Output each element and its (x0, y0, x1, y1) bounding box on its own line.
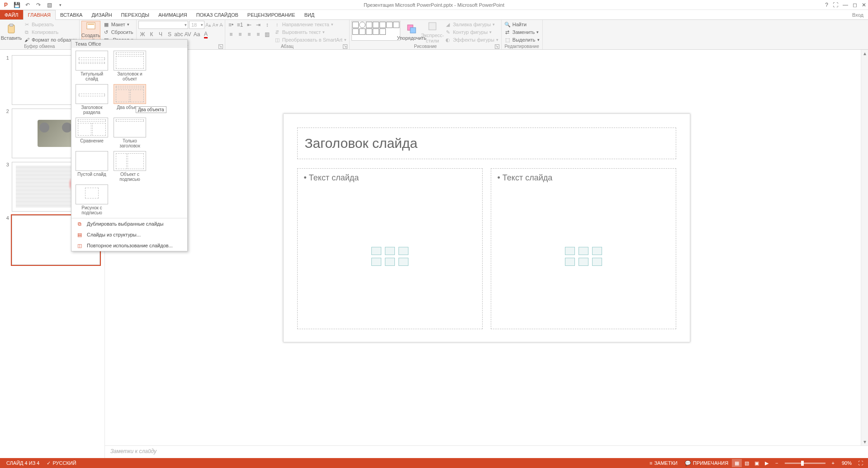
arrange-button[interactable]: Упорядочить (402, 21, 421, 43)
language-indicator[interactable]: ✓РУССКИЙ (43, 460, 80, 466)
copy-button[interactable]: ⧉Копировать (23, 28, 77, 36)
insert-video-icon[interactable] (398, 258, 408, 266)
content-icons-right[interactable] (565, 247, 602, 266)
layout-title-content[interactable]: Заголовок и объект (112, 51, 147, 81)
replace-button[interactable]: ⇄Заменить ▾ (503, 28, 541, 36)
layout-content-caption[interactable]: Объект с подписью (112, 151, 147, 182)
layout-title-slide[interactable]: Титульный слайд (74, 51, 109, 81)
save-icon[interactable]: 💾 (13, 1, 21, 9)
grow-font-icon[interactable]: A▴ (205, 22, 211, 28)
shape-fill-button[interactable]: ◢Заливка фигуры ▾ (444, 21, 499, 28)
ribbon-display-options-icon[interactable]: ⛶ (833, 2, 838, 8)
reading-view-icon[interactable]: ▣ (752, 459, 762, 467)
zoom-slider[interactable] (785, 463, 825, 464)
tab-transitions[interactable]: ПЕРЕХОДЫ (117, 10, 154, 19)
convert-smartart-button[interactable]: ◫Преобразовать в SmartArt ▾ (273, 36, 347, 43)
insert-online-picture-icon[interactable] (385, 258, 395, 266)
text-direction-button[interactable]: ↕Направление текста ▾ (273, 21, 347, 28)
tab-review[interactable]: РЕЦЕНЗИРОВАНИЕ (243, 10, 300, 19)
title-placeholder[interactable]: Заголовок слайда (297, 128, 676, 159)
strike-button[interactable]: abc (175, 30, 183, 38)
slideshow-view-icon[interactable]: ▶ (762, 459, 772, 467)
content-placeholder-right[interactable]: • Текст слайда (491, 168, 676, 329)
paragraph-launcher-icon[interactable]: ↘ (343, 44, 347, 49)
paste-button[interactable]: Вставить (2, 21, 21, 43)
cut-button[interactable]: ✂Вырезать (23, 21, 77, 28)
change-case-icon[interactable]: Aa (193, 30, 201, 38)
scroll-up-icon[interactable]: ▴ (861, 50, 868, 57)
qat-dropdown-icon[interactable]: ▾ (56, 1, 64, 9)
insert-picture-icon[interactable] (565, 258, 575, 266)
tab-animation[interactable]: АНИМАЦИЯ (154, 10, 192, 19)
layout-picture-caption[interactable]: Рисунок с подписью (74, 184, 109, 215)
quick-styles-button[interactable]: Экспресс-стили (423, 21, 442, 43)
shrink-font-icon[interactable]: A▾ (212, 22, 218, 28)
insert-chart-icon[interactable] (579, 247, 588, 255)
tab-file[interactable]: ФАЙЛ (0, 10, 23, 19)
shapes-gallery[interactable] (351, 21, 400, 41)
drawing-launcher-icon[interactable]: ↘ (495, 44, 499, 49)
tab-design[interactable]: ДИЗАЙН (87, 10, 116, 19)
undo-icon[interactable]: ↶ (24, 1, 32, 9)
notes-button[interactable]: ≡ЗАМЕТКИ (646, 460, 681, 466)
align-left-icon[interactable]: ≡ (227, 30, 235, 38)
tab-home[interactable]: ГЛАВНАЯ (23, 10, 56, 20)
notes-pane[interactable]: Заметки к слайду (105, 445, 868, 458)
insert-video-icon[interactable] (592, 258, 602, 266)
vertical-scrollbar[interactable]: ▴ ▾ (861, 50, 868, 445)
layout-two-content[interactable]: Два объекта Два объекта (112, 84, 147, 115)
decrease-indent-icon[interactable]: ⇤ (245, 21, 253, 29)
content-icons-left[interactable] (371, 247, 408, 266)
slide-sorter-view-icon[interactable]: ▧ (742, 459, 752, 467)
clear-format-icon[interactable]: A̶ (219, 22, 223, 28)
menu-slides-from-outline[interactable]: ▤Слайды из структуры... (71, 229, 187, 240)
format-painter-button[interactable]: 🖌Формат по образцу (23, 36, 77, 43)
shape-outline-button[interactable]: ✎Контур фигуры ▾ (444, 28, 499, 36)
insert-picture-icon[interactable] (371, 258, 381, 266)
scroll-down-icon[interactable]: ▾ (861, 438, 868, 445)
numbering-icon[interactable]: ≡1 (236, 21, 244, 29)
zoom-level[interactable]: 90% (838, 460, 855, 466)
menu-duplicate-slides[interactable]: ⧉Дублировать выбранные слайды (71, 218, 187, 229)
insert-chart-icon[interactable] (385, 247, 395, 255)
align-right-icon[interactable]: ≡ (245, 30, 253, 38)
sign-in-link[interactable]: Вход (848, 10, 868, 19)
shadow-button[interactable]: S (166, 30, 174, 38)
font-size-combo[interactable]: 18 (189, 21, 204, 29)
normal-view-icon[interactable]: ▦ (732, 459, 742, 467)
current-slide[interactable]: Заголовок слайда • Текст слайда • Текст … (283, 113, 690, 342)
fit-to-window-icon[interactable]: ⛶ (855, 459, 865, 467)
font-launcher-icon[interactable]: ↘ (218, 44, 223, 49)
font-color-icon[interactable]: A (202, 30, 210, 38)
tab-view[interactable]: ВИД (300, 10, 319, 19)
align-text-button[interactable]: ⇵Выровнять текст ▾ (273, 28, 347, 36)
line-spacing-icon[interactable]: ↕ (263, 21, 271, 29)
underline-button[interactable]: Ч (157, 30, 165, 38)
bold-button[interactable]: Ж (138, 30, 147, 38)
increase-indent-icon[interactable]: ⇥ (254, 21, 262, 29)
select-button[interactable]: ⬚Выделить ▾ (503, 36, 541, 43)
italic-button[interactable]: К (147, 30, 156, 38)
insert-smartart-icon[interactable] (398, 247, 408, 255)
tab-slideshow[interactable]: ПОКАЗ СЛАЙДОВ (192, 10, 243, 19)
layout-comparison[interactable]: Сравнение (74, 118, 109, 148)
zoom-out-icon[interactable]: − (772, 460, 782, 466)
comments-button[interactable]: 💬ПРИМЕЧАНИЯ (681, 460, 732, 466)
align-center-icon[interactable]: ≡ (236, 30, 244, 38)
minimize-icon[interactable]: — (843, 2, 848, 8)
zoom-handle[interactable] (801, 461, 804, 466)
insert-online-picture-icon[interactable] (579, 258, 588, 266)
zoom-in-icon[interactable]: + (828, 460, 838, 466)
redo-icon[interactable]: ↷ (34, 1, 43, 9)
bullets-icon[interactable]: ≡• (227, 21, 235, 29)
justify-icon[interactable]: ≡ (254, 30, 262, 38)
maximize-icon[interactable]: ◻ (853, 2, 857, 8)
slide-indicator[interactable]: СЛАЙД 4 ИЗ 4 (3, 460, 43, 466)
help-icon[interactable]: ? (825, 2, 828, 8)
content-placeholder-left[interactable]: • Текст слайда (297, 168, 483, 329)
layout-blank[interactable]: Пустой слайд (74, 151, 109, 182)
menu-reuse-slides[interactable]: ◫Повторное использование слайдов... (71, 240, 187, 251)
tab-insert[interactable]: ВСТАВКА (56, 10, 87, 19)
shape-effects-button[interactable]: ◐Эффекты фигуры ▾ (444, 36, 499, 43)
layout-button[interactable]: ▦Макет ▾ (102, 21, 134, 28)
